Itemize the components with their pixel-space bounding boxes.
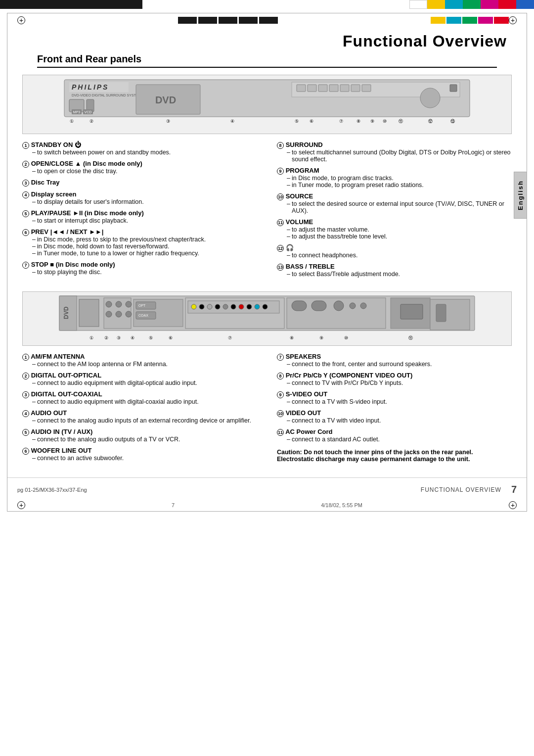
- color-block-cyan: [445, 0, 463, 9]
- cb-magenta-right: [478, 17, 493, 24]
- footer-label-text: Functional Overview: [421, 486, 501, 493]
- top-color-bar: [0, 0, 534, 9]
- rear-item-title-7: SPEAKERS: [286, 353, 321, 360]
- item-title-12: 🎧: [286, 244, 294, 251]
- rear-item-num-2: 2: [22, 373, 29, 379]
- reg-mark-bottom-left: [17, 501, 25, 509]
- rear-item-10: 10 VIDEO OUT connect to a TV with video …: [277, 409, 512, 424]
- caution-box: Caution: Do not touch the inner pins of …: [277, 449, 512, 463]
- rear-item-num-5: 5: [22, 429, 29, 436]
- color-block-blue: [516, 0, 534, 9]
- rear-desc-2-1: connect to audio equipment with digital-…: [32, 379, 257, 386]
- front-panel-image: PHILIPS DVD-VIDEO DIGITAL SURROUND SYSTE…: [22, 75, 512, 134]
- svg-text:①: ①: [70, 119, 74, 124]
- rear-desc-9-1: connect to a TV with S-video input.: [287, 398, 512, 405]
- svg-rect-15: [318, 85, 327, 92]
- rear-item-title-5: AUDIO IN (TV / AUX): [31, 428, 92, 435]
- item-num-12: 12: [277, 245, 284, 252]
- svg-point-45: [126, 311, 132, 317]
- svg-rect-13: [297, 85, 306, 92]
- rear-desc-7-1: connect to the front, center and surroun…: [287, 361, 512, 368]
- rear-item-num-9: 9: [277, 391, 284, 398]
- black-bar-5: [259, 17, 278, 24]
- svg-rect-64: [292, 301, 307, 311]
- rear-item-num-7: 7: [277, 354, 284, 361]
- svg-text:⑬: ⑬: [450, 119, 455, 124]
- rear-desc-10-1: connect to a TV with video input.: [287, 417, 512, 424]
- svg-text:⑦: ⑦: [228, 335, 232, 340]
- svg-point-42: [126, 301, 132, 307]
- item-desc-1-1: to switch between power on and standby m…: [32, 149, 257, 156]
- svg-text:⑨: ⑨: [370, 119, 374, 124]
- item-title-9: PROGRAM: [286, 167, 319, 174]
- svg-text:⑩: ⑩: [344, 335, 348, 340]
- footer-date-text: 4/18/02, 5:55 PM: [321, 502, 362, 508]
- item-num-4: 4: [22, 191, 29, 198]
- svg-text:②: ②: [89, 119, 93, 124]
- main-content: Front and Rear panels PHILIPS DVD-VIDEO …: [7, 53, 527, 468]
- color-block-red: [498, 0, 516, 9]
- section-title: Front and Rear panels: [37, 53, 497, 68]
- svg-text:COAX: COAX: [138, 314, 148, 317]
- svg-text:⑩: ⑩: [383, 119, 387, 124]
- item-num-1: 1: [22, 142, 29, 149]
- front-item-6: 6 PREV |◄◄ / NEXT ►►| in Disc mode, pres…: [22, 228, 257, 257]
- rear-item-title-3: DIGITAL OUT-COAXIAL: [31, 390, 102, 398]
- reg-mark-right: [509, 16, 517, 24]
- item-num-10: 10: [277, 193, 284, 200]
- front-item-11: 11 VOLUME to adjust the master volume. t…: [277, 218, 512, 240]
- svg-point-66: [334, 301, 344, 311]
- rear-desc-11-1: connect to a standard AC outlet.: [287, 436, 512, 443]
- item-num-8: 8: [277, 142, 284, 149]
- front-item-5: 5 PLAY/PAUSE ►II (in Disc mode only) to …: [22, 209, 257, 224]
- rear-item-title-1: AM/FM ANTENNA: [31, 353, 85, 360]
- svg-text:②: ②: [104, 335, 108, 340]
- front-panel-svg: PHILIPS DVD-VIDEO DIGITAL SURROUND SYSTE…: [23, 75, 511, 134]
- item-desc-6-3: in Tuner mode, to tune to a lower or hig…: [32, 250, 257, 257]
- cb-red-right: [494, 17, 509, 24]
- footer-page-number: 7: [511, 484, 517, 495]
- svg-text:⑧: ⑧: [356, 119, 360, 124]
- front-item-7: 7 STOP ■ (in Disc mode only) to stop pla…: [22, 261, 257, 276]
- item-desc-11-2: to adjust the bass/treble tone level.: [287, 233, 512, 240]
- item-title-7: STOP ■ (in Disc mode only): [31, 261, 115, 268]
- rear-item-4: 4 AUDIO OUT connect to the analog audio …: [22, 409, 257, 424]
- svg-point-68: [360, 303, 366, 309]
- rear-item-num-10: 10: [277, 410, 284, 417]
- svg-text:OPT: OPT: [138, 304, 146, 307]
- rear-item-8: 8 Pr/Cr Pb/Cb Y (COMPONENT VIDEO OUT) co…: [277, 372, 512, 386]
- svg-point-53: [191, 304, 196, 309]
- black-bar-2: [198, 17, 217, 24]
- color-block-white: [409, 0, 427, 9]
- color-block-black7: [107, 0, 125, 9]
- reg-mark-left: [17, 16, 25, 24]
- svg-rect-65: [312, 301, 326, 311]
- rear-item-num-4: 4: [22, 410, 29, 417]
- svg-point-61: [255, 304, 260, 309]
- svg-rect-17: [340, 85, 349, 92]
- svg-text:DVD-VIDEO DIGITAL SURROUND SYS: DVD-VIDEO DIGITAL SURROUND SYSTEM: [72, 94, 141, 97]
- page-title: Functional Overview: [27, 32, 507, 50]
- language-tab: English: [514, 172, 527, 219]
- item-title-1: STANDBY ON ⏻: [31, 141, 81, 148]
- svg-text:⑨: ⑨: [319, 335, 323, 340]
- svg-text:⑥: ⑥: [169, 335, 173, 340]
- svg-point-54: [199, 304, 204, 309]
- footer-section-label: Functional Overview: [421, 486, 501, 493]
- svg-point-44: [116, 311, 122, 317]
- rear-item-num-6: 6: [22, 448, 29, 455]
- cb-yellow-right: [431, 17, 445, 24]
- page-border: English Functional Overview Front and Re…: [7, 13, 527, 512]
- color-block-black8: [125, 0, 142, 9]
- color-block-black5: [71, 0, 89, 9]
- black-bar-3: [219, 17, 237, 24]
- svg-text:③: ③: [117, 335, 121, 340]
- page-title-area: Functional Overview: [7, 27, 527, 53]
- svg-point-57: [223, 304, 228, 309]
- rear-panel-descriptions: 1 AM/FM ANTENNA connect to the AM loop a…: [22, 353, 512, 468]
- rear-item-7: 7 SPEAKERS connect to the front, center …: [277, 353, 512, 368]
- rear-item-2: 2 DIGITAL OUT-OPTICAL connect to audio e…: [22, 372, 257, 386]
- item-num-6: 6: [22, 229, 29, 236]
- item-desc-13-1: to select Bass/Treble adjustment mode.: [287, 271, 512, 278]
- front-item-1: 1 STANDBY ON ⏻ to switch between power o…: [22, 141, 257, 156]
